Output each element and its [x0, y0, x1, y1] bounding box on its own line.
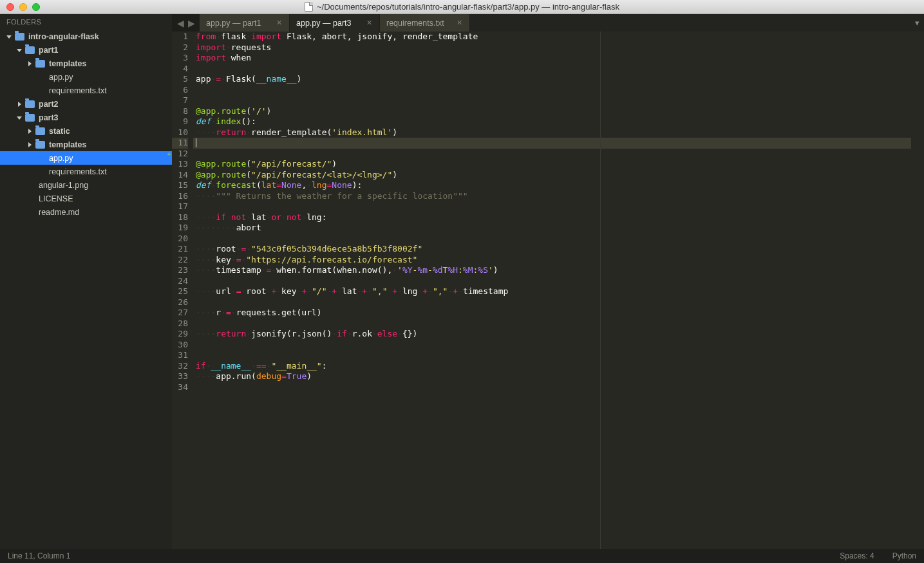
file-tree-folder[interactable]: part1: [0, 43, 172, 57]
code-line[interactable]: [193, 201, 911, 212]
code-line[interactable]: [193, 234, 911, 245]
editor-tab[interactable]: app.py — part1✕: [200, 14, 290, 32]
close-icon[interactable]: ✕: [275, 19, 283, 27]
folder-icon: [15, 33, 24, 41]
code-line[interactable]: [193, 297, 911, 308]
tree-node-label: part3: [39, 113, 59, 122]
tree-node-label: static: [49, 127, 70, 136]
code-line[interactable]: import·requests: [193, 42, 911, 53]
code-line[interactable]: from·flask·import·Flask, abort, jsonify,…: [193, 32, 911, 42]
tab-label: app.py — part1: [206, 19, 261, 28]
zoom-window-button[interactable]: [32, 3, 40, 11]
tabs-overflow-icon[interactable]: ▾: [910, 14, 924, 32]
status-language[interactable]: Python: [892, 551, 916, 560]
minimap[interactable]: [911, 32, 924, 549]
status-spaces[interactable]: Spaces: 4: [840, 551, 874, 560]
code-line[interactable]: def·index():: [193, 116, 911, 127]
disclosure-triangle-icon[interactable]: [27, 61, 32, 66]
folder-icon: [35, 60, 45, 68]
file-tree-folder[interactable]: part3: [0, 111, 172, 124]
code-line[interactable]: @app.route('/'): [193, 106, 911, 117]
code-line[interactable]: ····r·=·requests.get(url): [193, 308, 911, 318]
close-icon[interactable]: ✕: [365, 19, 373, 27]
file-tree-folder[interactable]: part2: [0, 97, 172, 111]
file-tree-folder[interactable]: templates: [0, 57, 172, 70]
window-title: ~/Documents/repos/tutorials/intro-angula…: [317, 2, 619, 12]
file-tree-file[interactable]: readme.md: [0, 205, 172, 219]
svg-marker-1: [17, 49, 22, 52]
code-line[interactable]: [193, 350, 911, 361]
code-line[interactable]: @app.route("/api/forecast/<lat>/<lng>/"): [193, 170, 911, 181]
code-line[interactable]: [193, 149, 911, 160]
folder-icon: [25, 46, 35, 54]
file-tree-file[interactable]: app.py: [0, 70, 172, 84]
file-tree-file[interactable]: requirements.txt: [0, 84, 172, 97]
code-line[interactable]: def·forecast(lat=None,·lng=None):: [193, 180, 911, 191]
code-line[interactable]: ····""" Returns the weather for a specif…: [193, 191, 911, 202]
tab-nav-arrows: ◀ ▶: [172, 14, 200, 32]
file-tree[interactable]: intro-angular-flaskpart1templatesapp.pyr…: [0, 28, 172, 549]
code-line[interactable]: [193, 95, 911, 106]
editor-tab[interactable]: requirements.txt✕: [380, 14, 470, 32]
code-line[interactable]: app·=·Flask(__name__): [193, 74, 911, 85]
code-area[interactable]: from·flask·import·Flask, abort, jsonify,…: [193, 32, 911, 549]
gutter: 1234567891011+12131415161718192021222324…: [172, 32, 193, 549]
editor[interactable]: 1234567891011+12131415161718192021222324…: [172, 32, 924, 549]
traffic-lights: [0, 3, 40, 11]
minimize-window-button[interactable]: [19, 3, 27, 11]
tree-node-label: angular-1.png: [39, 181, 88, 190]
code-line[interactable]: [193, 318, 911, 329]
tree-node-label: part1: [39, 46, 59, 55]
code-line[interactable]: ········abort: [193, 223, 911, 234]
disclosure-triangle-icon[interactable]: [17, 48, 22, 53]
disclosure-triangle-icon[interactable]: [27, 142, 32, 147]
code-line[interactable]: if·__name__·==·"__main__":: [193, 361, 911, 372]
code-line[interactable]: ····timestamp·=·when.format(when.now(),·…: [193, 265, 911, 276]
code-line[interactable]: ····if·not·lat·or·not·lng:: [193, 212, 911, 223]
ruler-line: [600, 32, 601, 549]
disclosure-triangle-icon[interactable]: [17, 102, 22, 107]
code-line[interactable]: ····key·=·"https://api.forecast.io/forec…: [193, 255, 911, 266]
titlebar: ~/Documents/repos/tutorials/intro-angula…: [0, 0, 924, 14]
disclosure-triangle-icon[interactable]: [17, 115, 22, 120]
disclosure-triangle-icon[interactable]: [27, 129, 32, 134]
file-tree-folder[interactable]: intro-angular-flask: [0, 30, 172, 43]
tree-node-label: intro-angular-flask: [28, 32, 99, 41]
file-tree-file[interactable]: LICENSE: [0, 192, 172, 205]
svg-marker-6: [28, 142, 32, 147]
file-tree-file[interactable]: requirements.txt: [0, 165, 172, 178]
tree-node-label: templates: [49, 140, 86, 149]
code-line[interactable]: ····app.run(debug=True): [193, 371, 911, 382]
code-line[interactable]: @app.route("/api/forecast/"): [193, 159, 911, 170]
file-tree-folder[interactable]: static: [0, 124, 172, 138]
close-icon[interactable]: ✕: [455, 19, 463, 27]
code-line[interactable]: import·when: [193, 53, 911, 64]
sidebar: FOLDERS intro-angular-flaskpart1template…: [0, 14, 172, 549]
code-line[interactable]: ····return·render_template('index.html'): [193, 127, 911, 138]
tree-node-label: part2: [39, 100, 59, 109]
code-line[interactable]: [193, 340, 911, 351]
document-icon: [305, 2, 313, 12]
folder-icon: [25, 100, 35, 108]
prev-tab-icon[interactable]: ◀: [177, 18, 184, 28]
code-line[interactable]: [193, 382, 911, 393]
tree-node-label: requirements.txt: [49, 167, 107, 176]
tree-node-label: app.py: [49, 154, 73, 163]
code-line[interactable]: ····root·=·"543c0f05cb394d6ece5a8b5fb3f8…: [193, 244, 911, 255]
code-line[interactable]: [193, 85, 911, 96]
code-line[interactable]: ····url·=·root·+·key·+·"/"·+·lat·+·","·+…: [193, 286, 911, 297]
file-tree-file[interactable]: app.py: [0, 151, 172, 165]
sidebar-header: FOLDERS: [0, 14, 172, 28]
folder-icon: [35, 127, 45, 135]
code-line[interactable]: [193, 276, 911, 287]
close-window-button[interactable]: [6, 3, 14, 11]
file-tree-file[interactable]: angular-1.png: [0, 178, 172, 192]
file-tree-folder[interactable]: templates: [0, 138, 172, 151]
disclosure-triangle-icon[interactable]: [6, 34, 12, 39]
code-line[interactable]: [193, 138, 911, 149]
editor-tab[interactable]: app.py — part3✕: [290, 14, 380, 32]
code-line[interactable]: [193, 64, 911, 75]
next-tab-icon[interactable]: ▶: [188, 18, 195, 28]
code-line[interactable]: ····return·jsonify(r.json()·if·r.ok·else…: [193, 329, 911, 340]
status-position[interactable]: Line 11, Column 1: [8, 551, 70, 560]
